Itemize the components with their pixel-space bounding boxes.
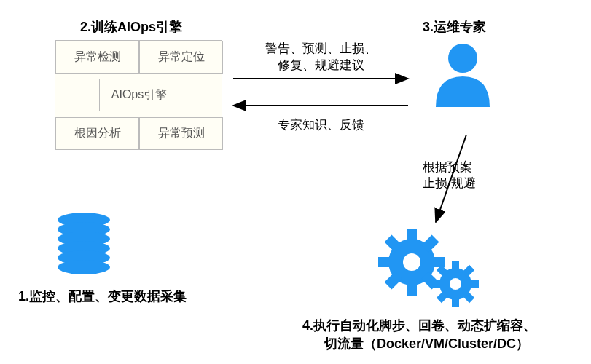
- edge-2to3-label-line1: 警告、预测、止损、: [248, 40, 394, 57]
- expert-person-icon: [430, 40, 496, 109]
- svg-rect-23: [452, 297, 459, 307]
- automation-gears-icon: [372, 226, 488, 313]
- svg-rect-22: [452, 261, 459, 271]
- svg-rect-24: [432, 280, 442, 288]
- node4-title-line2: 切流量（Docker/VM/Cluster/DC）: [324, 335, 529, 352]
- engine-cell-anomaly-detection: 异常检测: [55, 41, 139, 74]
- svg-point-20: [403, 253, 420, 271]
- edge-3to2-label: 专家知识、反馈: [248, 116, 394, 133]
- node4-title-line1: 4.执行自动化脚步、回卷、动态扩缩容、: [302, 317, 536, 334]
- edge-3to4-label-line2: 止损/规避: [423, 175, 525, 191]
- svg-rect-25: [469, 280, 479, 288]
- edge-2to3-label-line2: 修复、规避建议: [248, 57, 394, 74]
- edge-3to4-label-line1: 根据预案: [423, 159, 525, 175]
- aiops-engine-box: 异常检测 异常定位 AIOps引擎 根因分析 异常预测: [55, 40, 222, 149]
- database-disks-icon: [55, 211, 113, 280]
- node1-title: 1.监控、配置、变更数据采集: [18, 288, 187, 305]
- svg-point-30: [450, 278, 461, 290]
- engine-cell-anomaly-location: 异常定位: [139, 41, 223, 74]
- node3-title: 3.运维专家: [423, 18, 486, 36]
- engine-cell-anomaly-prediction: 异常预测: [139, 117, 223, 150]
- svg-rect-15: [431, 257, 445, 267]
- svg-rect-14: [378, 257, 393, 267]
- engine-cell-root-cause: 根因分析: [55, 117, 139, 150]
- engine-cell-aiops-core: AIOps引擎: [99, 79, 179, 111]
- svg-rect-13: [407, 281, 417, 296]
- node2-title: 2.训练AIOps引擎: [80, 18, 182, 36]
- svg-point-10: [448, 44, 477, 73]
- svg-rect-12: [407, 229, 417, 243]
- svg-point-9: [58, 260, 110, 274]
